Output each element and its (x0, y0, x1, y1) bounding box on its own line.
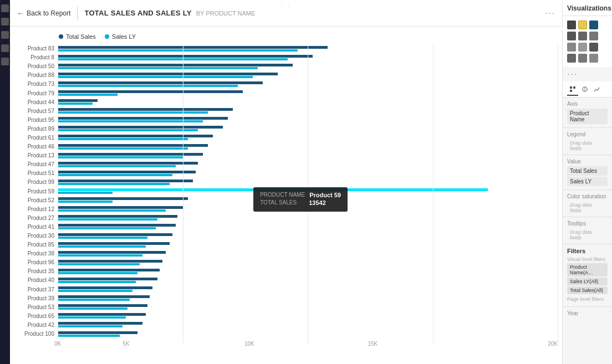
chart-row[interactable]: Product 38 (14, 249, 558, 258)
bar-total-sales (58, 233, 172, 236)
chart-row[interactable]: Product 37 (14, 285, 558, 294)
viz-icon-7[interactable] (567, 43, 576, 52)
chart-row[interactable]: Product 53 (14, 303, 558, 311)
product-label: Product 46 (14, 143, 58, 150)
chart-row[interactable]: Product 59 (14, 187, 558, 196)
chart-row[interactable]: Product 83 (14, 44, 558, 53)
bars-container (58, 81, 558, 87)
chart-row[interactable]: Product 99 (14, 178, 558, 186)
filter-sales-ly[interactable]: Sales LY(All) (567, 278, 608, 285)
color-saturation-section: Color saturation Drag data fields (563, 189, 612, 217)
chart-row[interactable]: Product 41 (14, 223, 558, 231)
bars-container (58, 153, 558, 158)
chart-row[interactable]: Product 47 (14, 160, 558, 168)
bar-total-sales (58, 108, 233, 111)
viz-icon-5[interactable] (578, 32, 587, 40)
axis-field-product-name[interactable]: Product Name (567, 109, 608, 124)
bar-total-sales (58, 81, 263, 84)
chart-row[interactable]: Product 50 (14, 62, 558, 70)
back-button[interactable]: ← Back to Report (17, 9, 70, 18)
tab-fields[interactable] (567, 85, 578, 96)
chart-row[interactable]: Product 27 (14, 214, 558, 222)
chart-row[interactable]: Product 52 (14, 196, 558, 204)
viz-icon-1[interactable] (567, 20, 576, 29)
sidebar-icon-2[interactable] (1, 18, 9, 25)
product-label: Product 47 (14, 161, 58, 167)
value-field-total-sales[interactable]: Total Sales (567, 166, 608, 176)
chart-row[interactable]: Product 96 (14, 258, 558, 266)
chart-row[interactable]: Product 88 (14, 71, 558, 79)
tab-analytics[interactable] (591, 85, 603, 96)
chart-row[interactable]: Product 65 (14, 312, 558, 320)
chart-subtitle: BY PRODUCT NAME (196, 10, 256, 17)
back-label: Back to Report (27, 9, 70, 17)
sidebar-icon-5[interactable] (1, 58, 9, 65)
bars-container (58, 64, 558, 69)
chart-row[interactable]: Product 61 (14, 134, 558, 142)
viz-icon-9[interactable] (589, 43, 598, 52)
value-section: Value Total Sales Sales LY (563, 155, 612, 189)
bar-total-sales (58, 73, 278, 75)
more-viz-dots[interactable]: ··· (563, 67, 612, 81)
filter-total-sales[interactable]: Total Sales(All) (567, 286, 608, 294)
bars-container (58, 224, 558, 229)
product-label: Product 51 (14, 170, 58, 176)
viz-icon-10[interactable] (567, 54, 576, 63)
tab-format[interactable] (579, 85, 590, 96)
chart-row[interactable]: Product 35 (14, 267, 558, 275)
chart-row[interactable]: Product 8 (14, 53, 558, 61)
viz-icon-6[interactable] (589, 32, 598, 40)
product-label: Product 57 (14, 108, 58, 114)
legend-dot-sales-ly (105, 34, 109, 39)
bar-sales-ly (58, 263, 140, 265)
bar-total-sales (58, 322, 142, 325)
bar-total-sales (58, 117, 228, 120)
legend-dot-total-sales (59, 34, 63, 39)
header: ⋮⋮ ← Back to Report TOTAL SALES AND SALE… (10, 0, 562, 27)
chart-row[interactable]: Product 12 (14, 205, 558, 213)
bar-total-sales (58, 126, 223, 129)
chart-row[interactable]: Product 13 (14, 151, 558, 160)
viz-icon-3[interactable] (589, 20, 598, 29)
bar-total-sales (58, 64, 293, 66)
legend-section: Legend Drag data fields (563, 127, 612, 155)
chart-row[interactable]: Product 44 (14, 98, 558, 106)
more-options-button[interactable]: ··· (545, 8, 555, 18)
product-label: Product 39 (14, 295, 58, 301)
chart-row[interactable]: Product 30 (14, 232, 558, 240)
viz-icon-12[interactable] (589, 54, 598, 63)
bar-sales-ly (58, 201, 113, 203)
chart-row[interactable]: Product 42 (14, 321, 558, 329)
chart-row[interactable]: Product 100 (14, 330, 558, 338)
viz-icons-grid (563, 16, 612, 67)
color-saturation-field-empty: Drag data fields (567, 201, 608, 214)
chart-area: Total Sales Sales LY Product 83Product 8… (10, 27, 562, 364)
chart-row[interactable]: Product 57 (14, 107, 558, 115)
sidebar-icon-1[interactable] (1, 4, 9, 12)
chart-row[interactable]: Product 73 (14, 80, 558, 88)
viz-icon-4[interactable] (567, 32, 576, 40)
chart-row[interactable]: Product 89 (14, 125, 558, 133)
bar-total-sales (58, 180, 193, 182)
bar-total-sales (58, 197, 188, 200)
bar-total-sales (58, 251, 166, 254)
chart-row[interactable]: Product 46 (14, 142, 558, 151)
chart-row[interactable]: Product 79 (14, 89, 558, 97)
viz-icon-11[interactable] (578, 54, 587, 63)
chart-row[interactable]: Product 51 (14, 169, 558, 177)
sidebar-icon-4[interactable] (1, 44, 9, 52)
bar-sales-ly (58, 49, 298, 52)
bar-total-sales (58, 269, 160, 271)
filter-product-name[interactable]: Product Name(A… (567, 263, 608, 276)
product-label: Product 96 (14, 259, 58, 265)
viz-icon-8[interactable] (578, 43, 587, 52)
value-field-sales-ly[interactable]: Sales LY (567, 177, 608, 186)
bar-total-sales (58, 188, 488, 191)
sidebar-icon-3[interactable] (1, 31, 9, 39)
chart-row[interactable]: Product 40 (14, 276, 558, 284)
viz-icon-bar[interactable] (578, 20, 587, 29)
bar-total-sales (58, 90, 243, 93)
chart-row[interactable]: Product 39 (14, 294, 558, 303)
chart-row[interactable]: Product 85 (14, 240, 558, 249)
chart-row[interactable]: Product 95 (14, 116, 558, 124)
